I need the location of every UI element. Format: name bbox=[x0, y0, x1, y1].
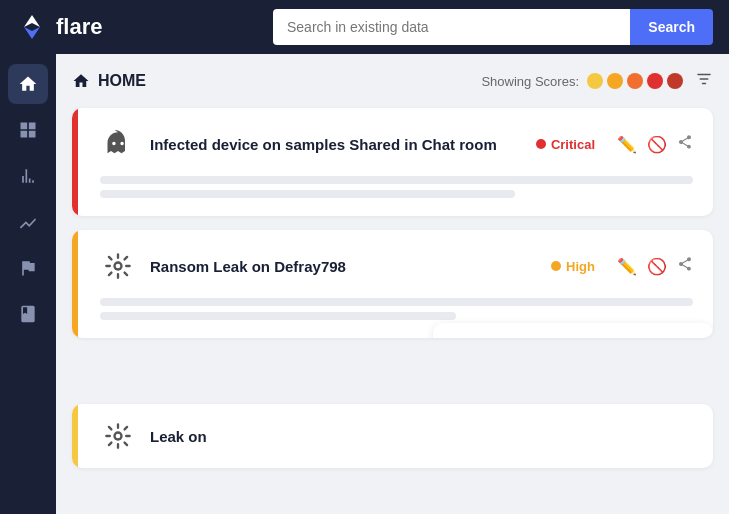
sidebar-item-library[interactable] bbox=[8, 294, 48, 334]
top-navigation: flare Search bbox=[0, 0, 729, 54]
filter-icon[interactable] bbox=[695, 70, 713, 92]
main-layout: HOME Showing Scores: bbox=[0, 54, 729, 514]
score-dot-3[interactable] bbox=[627, 73, 643, 89]
card-actions-1: ✏️ 🚫 bbox=[617, 134, 693, 154]
search-button[interactable]: Search bbox=[630, 9, 713, 45]
card-skeleton-1 bbox=[100, 176, 693, 198]
sidebar-item-flags[interactable] bbox=[8, 248, 48, 288]
skeleton-line-2a bbox=[100, 298, 693, 306]
home-title-icon bbox=[72, 72, 90, 90]
card-severity-bar-2 bbox=[72, 230, 78, 338]
skeleton-line-1a bbox=[100, 176, 693, 184]
page-title-area: HOME bbox=[72, 72, 146, 90]
flag-icon bbox=[18, 258, 38, 278]
score-dot-1[interactable] bbox=[587, 73, 603, 89]
svg-point-4 bbox=[116, 264, 121, 269]
share-icon-2[interactable] bbox=[677, 256, 693, 276]
card-content-2: Ransom Leak on Defray798 High ✏️ 🚫 bbox=[100, 248, 693, 320]
card-icon-1 bbox=[100, 126, 136, 162]
svg-rect-2 bbox=[702, 83, 707, 85]
card-icon-3 bbox=[100, 418, 136, 454]
svg-rect-0 bbox=[697, 74, 711, 76]
critical-dot bbox=[536, 139, 546, 149]
remediation-svg bbox=[451, 337, 483, 338]
alert-card-1: Infected device on samples Shared in Cha… bbox=[72, 108, 713, 216]
share-svg-2 bbox=[677, 256, 693, 272]
edit-icon-1[interactable]: ✏️ bbox=[617, 135, 637, 154]
alert-card-2: Ransom Leak on Defray798 High ✏️ 🚫 bbox=[72, 230, 713, 338]
line-chart-icon bbox=[18, 212, 38, 232]
search-bar: Search bbox=[273, 9, 713, 45]
card-badge-2: High bbox=[551, 259, 595, 274]
logo-text: flare bbox=[56, 14, 102, 40]
search-input[interactable] bbox=[273, 9, 630, 45]
block-icon-1[interactable]: 🚫 bbox=[647, 135, 667, 154]
card-badge-label-1: Critical bbox=[551, 137, 595, 152]
scores-label: Showing Scores: bbox=[481, 74, 579, 89]
score-dot-2[interactable] bbox=[607, 73, 623, 89]
sidebar bbox=[0, 54, 56, 514]
alert-card-3: Leak on bbox=[72, 404, 713, 468]
sidebar-item-home[interactable] bbox=[8, 64, 48, 104]
page-title: HOME bbox=[98, 72, 146, 90]
share-svg-1 bbox=[677, 134, 693, 150]
high-dot bbox=[551, 261, 561, 271]
svg-point-9 bbox=[116, 434, 121, 439]
sidebar-item-analytics[interactable] bbox=[8, 156, 48, 196]
edit-icon-2[interactable]: ✏️ bbox=[617, 257, 637, 276]
block-icon-2[interactable]: 🚫 bbox=[647, 257, 667, 276]
score-dot-5[interactable] bbox=[667, 73, 683, 89]
card-icon-2 bbox=[100, 248, 136, 284]
logo: flare bbox=[16, 11, 102, 43]
book-icon bbox=[18, 304, 38, 324]
card-top-row-1: Infected device on samples Shared in Cha… bbox=[100, 126, 693, 162]
skeleton-line-2b bbox=[100, 312, 456, 320]
card-skeleton-2 bbox=[100, 298, 693, 320]
card-badge-1: Critical bbox=[536, 137, 595, 152]
remediation-icon bbox=[451, 337, 483, 338]
bar-chart-icon bbox=[18, 166, 38, 186]
card-actions-2: ✏️ 🚫 bbox=[617, 256, 693, 276]
card-title-1: Infected device on samples Shared in Cha… bbox=[150, 136, 522, 153]
skeleton-line-1b bbox=[100, 190, 515, 198]
remediation-panel: Remediation Guidance bbox=[433, 323, 713, 338]
home-icon bbox=[18, 74, 38, 94]
virus-icon-2 bbox=[104, 422, 132, 450]
logo-icon bbox=[16, 11, 48, 43]
share-icon-1[interactable] bbox=[677, 134, 693, 154]
card-badge-label-2: High bbox=[566, 259, 595, 274]
sidebar-item-dashboard[interactable] bbox=[8, 110, 48, 150]
score-dots bbox=[587, 73, 683, 89]
svg-rect-1 bbox=[700, 78, 709, 80]
page-header: HOME Showing Scores: bbox=[72, 70, 713, 92]
main-content: HOME Showing Scores: bbox=[56, 54, 729, 514]
card-content-3: Leak on bbox=[100, 418, 207, 454]
card-content-1: Infected device on samples Shared in Cha… bbox=[100, 126, 693, 198]
card-severity-bar-1 bbox=[72, 108, 78, 216]
score-dot-4[interactable] bbox=[647, 73, 663, 89]
sidebar-item-trends[interactable] bbox=[8, 202, 48, 242]
virus-icon-1 bbox=[104, 252, 132, 280]
scores-area: Showing Scores: bbox=[481, 70, 713, 92]
ghost-icon bbox=[104, 130, 132, 158]
card-severity-bar-3 bbox=[72, 404, 78, 468]
grid-icon bbox=[18, 120, 38, 140]
card-title-3: Leak on bbox=[150, 428, 207, 445]
card-top-row-2: Ransom Leak on Defray798 High ✏️ 🚫 bbox=[100, 248, 693, 284]
card-title-2: Ransom Leak on Defray798 bbox=[150, 258, 537, 275]
